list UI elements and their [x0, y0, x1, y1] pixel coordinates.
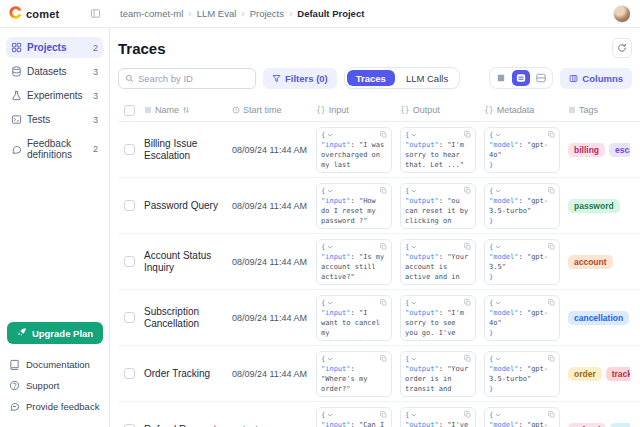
chevron-down-icon[interactable] [411, 188, 417, 194]
chevron-down-icon[interactable] [411, 412, 417, 418]
chevron-down-icon[interactable] [411, 300, 417, 306]
chevron-down-icon[interactable] [495, 244, 501, 250]
row-checkbox[interactable] [124, 368, 135, 379]
trace-name[interactable]: Order Tracking [144, 368, 216, 380]
chevron-down-icon[interactable] [495, 188, 501, 194]
input-json-cell[interactable]: {"input": "I was overcharged on my last … [316, 127, 392, 173]
trace-name[interactable]: Account Status Inquiry [144, 250, 232, 274]
chevron-down-icon[interactable] [411, 244, 417, 250]
input-json-cell[interactable]: {"input": "I want to cancel my subscript… [316, 295, 392, 341]
breadcrumb-item[interactable]: Projects [250, 8, 284, 19]
column-header-tags[interactable]: Tags [579, 105, 598, 115]
copy-icon[interactable] [464, 243, 471, 250]
table-row[interactable]: Subscription Cancellation08/09/24 11:44 … [118, 290, 640, 346]
tag-account[interactable]: account [568, 255, 613, 269]
sidebar-item-tests[interactable]: Tests3 [6, 109, 103, 130]
sidebar-link-provide-feedback[interactable]: Provide feedback [6, 396, 103, 417]
trace-name[interactable]: Refund Request [144, 424, 222, 427]
breadcrumb-item[interactable]: Default Project [297, 8, 364, 19]
table-row[interactable]: Account Status Inquiry08/09/24 11:44 AM{… [118, 234, 640, 290]
table-row[interactable]: Refund Request08/09/24 11:44 AM{"input":… [118, 402, 640, 427]
columns-button[interactable]: Columns [560, 68, 632, 89]
copy-icon[interactable] [548, 243, 555, 250]
table-row[interactable]: Order Tracking08/09/24 11:44 AM{"input":… [118, 346, 640, 402]
filters-button[interactable]: Filters (0) [263, 68, 337, 89]
copy-icon[interactable] [464, 131, 471, 138]
chevron-down-icon[interactable] [327, 412, 333, 418]
metadata-json-cell[interactable]: {"model": "gpt-4o"} [484, 295, 560, 341]
output-json-cell[interactable]: {"output": "I'm sorry to see you go. I'v… [400, 295, 476, 341]
copy-icon[interactable] [380, 131, 387, 138]
output-json-cell[interactable]: {"output": "ou can reset it by clicking … [400, 183, 476, 229]
copy-icon[interactable] [548, 131, 555, 138]
refresh-button[interactable] [612, 38, 632, 58]
column-header-start-time[interactable]: Start time [243, 105, 282, 115]
metadata-json-cell[interactable]: {"model": "gpt-4o"} [484, 127, 560, 173]
chevron-down-icon[interactable] [327, 132, 333, 138]
select-all-checkbox[interactable] [124, 105, 135, 116]
copy-icon[interactable] [380, 355, 387, 362]
density-expanded-button[interactable] [532, 70, 550, 86]
chevron-down-icon[interactable] [411, 132, 417, 138]
copy-icon[interactable] [380, 299, 387, 306]
copy-icon[interactable] [464, 299, 471, 306]
output-json-cell[interactable]: {"output": "I've submitted your refund r… [400, 407, 476, 427]
tag-cancellation[interactable]: cancellation [568, 311, 629, 325]
row-checkbox[interactable] [124, 256, 135, 267]
upgrade-plan-button[interactable]: Upgrade Plan [7, 322, 103, 344]
tag-track[interactable]: track [606, 367, 630, 381]
sidebar-link-support[interactable]: Support [6, 375, 103, 396]
breadcrumb-item[interactable]: LLM Eval [197, 8, 237, 19]
row-checkbox[interactable] [124, 200, 135, 211]
metadata-json-cell[interactable]: {"model": "gpt-3.5"} [484, 407, 560, 427]
density-normal-button[interactable] [512, 70, 530, 86]
copy-icon[interactable] [548, 411, 555, 418]
input-json-cell[interactable]: {"input": "Can I get a refund for my las… [316, 407, 392, 427]
copy-icon[interactable] [380, 243, 387, 250]
sidebar-item-experiments[interactable]: Experiments3 [6, 85, 103, 106]
metadata-json-cell[interactable]: {"model": "gpt-3.5"} [484, 239, 560, 285]
chevron-down-icon[interactable] [495, 356, 501, 362]
column-header-output[interactable]: Output [413, 105, 440, 115]
chevron-down-icon[interactable] [411, 356, 417, 362]
density-compact-button[interactable] [492, 70, 510, 86]
breadcrumb-item[interactable]: team-comet-ml [120, 8, 183, 19]
copy-icon[interactable] [548, 187, 555, 194]
search-input[interactable] [138, 73, 249, 84]
tab-llm-calls[interactable]: LLM Calls [397, 70, 457, 86]
metadata-json-cell[interactable]: {"model": "gpt-3.5-turbo"} [484, 183, 560, 229]
output-json-cell[interactable]: {"output": "Your account is active and i… [400, 239, 476, 285]
copy-icon[interactable] [548, 299, 555, 306]
sidebar-item-feedback-definitions[interactable]: Feedback definitions2 [6, 133, 103, 165]
trace-name[interactable]: Password Query [144, 200, 224, 212]
tab-traces[interactable]: Traces [347, 70, 395, 86]
chevron-down-icon[interactable] [327, 300, 333, 306]
column-header-input[interactable]: Input [329, 105, 349, 115]
sidebar-collapse-icon[interactable] [90, 8, 101, 19]
table-row[interactable]: Password Query08/09/24 11:44 AM{"input":… [118, 178, 640, 234]
chevron-down-icon[interactable] [495, 132, 501, 138]
tag-refund[interactable]: refund [568, 423, 606, 427]
chevron-down-icon[interactable] [495, 300, 501, 306]
sidebar-link-documentation[interactable]: Documentation [6, 354, 103, 375]
search-box[interactable] [118, 68, 256, 89]
column-header-name[interactable]: Name [155, 105, 179, 115]
input-json-cell[interactable]: {"input": "Is my account still active?"} [316, 239, 392, 285]
trace-name[interactable]: Subscription Cancellation [144, 306, 232, 330]
column-header-metadata[interactable]: Metadata [497, 105, 535, 115]
copy-icon[interactable] [548, 355, 555, 362]
trace-name[interactable]: Billing Issue Escalation [144, 138, 232, 162]
tag-order[interactable]: order [568, 367, 602, 381]
comet-logo[interactable]: comet [9, 5, 59, 23]
output-json-cell[interactable]: {"output": "I'm sorry to hear that. Let … [400, 127, 476, 173]
copy-icon[interactable] [464, 187, 471, 194]
row-checkbox[interactable] [124, 144, 135, 155]
table-row[interactable]: Billing Issue Escalation08/09/24 11:44 A… [118, 122, 640, 178]
chevron-down-icon[interactable] [327, 188, 333, 194]
input-json-cell[interactable]: {"input": "How do I reset my password ?"… [316, 183, 392, 229]
copy-icon[interactable] [464, 411, 471, 418]
metadata-json-cell[interactable]: {"model": "gpt-3.5-turbo"} [484, 351, 560, 397]
sort-icon[interactable] [182, 106, 190, 114]
chevron-down-icon[interactable] [327, 244, 333, 250]
tag-requ[interactable]: requ [610, 423, 630, 427]
